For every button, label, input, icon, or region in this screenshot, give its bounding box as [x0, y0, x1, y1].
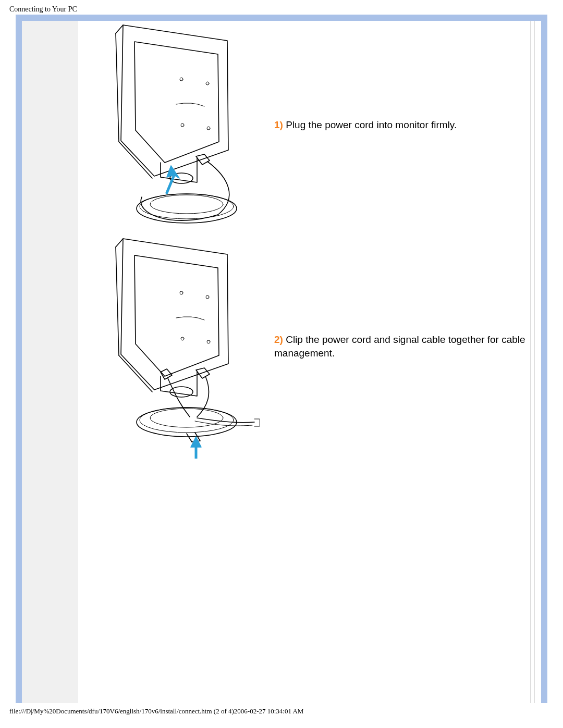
svg-point-18: [207, 340, 210, 343]
svg-line-11: [119, 142, 152, 178]
svg-point-21: [140, 408, 234, 433]
svg-line-12: [167, 175, 174, 193]
page-header: Connecting to Your PC: [9, 5, 77, 14]
svg-line-23: [116, 239, 123, 247]
step-1-caption: 1) Plug the power cord into monitor firm…: [260, 118, 555, 132]
step-1-number: 1): [274, 119, 283, 130]
svg-point-19: [170, 387, 193, 397]
svg-point-4: [207, 127, 210, 130]
step-1-text: Plug the power cord into monitor firmly.: [283, 119, 457, 130]
svg-point-2: [206, 82, 209, 85]
svg-line-10: [116, 33, 119, 142]
svg-point-8: [150, 195, 223, 214]
svg-point-15: [180, 291, 183, 294]
svg-point-3: [181, 124, 184, 127]
svg-point-1: [180, 78, 183, 81]
svg-line-24: [116, 247, 119, 355]
monitor-illustration-2: [98, 235, 260, 459]
monitor-illustration-1: [98, 21, 260, 229]
svg-line-9: [116, 25, 123, 33]
page-frame: 1) Plug the power cord into monitor firm…: [16, 15, 547, 703]
step-2-text: Clip the power cord and signal cable tog…: [274, 334, 525, 359]
page-footer: file:///D|/My%20Documents/dfu/170V6/engl…: [9, 707, 303, 715]
left-sidebar-bg: [22, 21, 78, 703]
svg-point-17: [181, 337, 184, 340]
svg-point-16: [206, 295, 209, 299]
step-2-number: 2): [274, 334, 283, 345]
svg-line-25: [119, 355, 152, 392]
content-area: 1) Plug the power cord into monitor firm…: [78, 21, 535, 703]
step-row-2: 2) Clip the power cord and signal cable …: [98, 235, 555, 459]
svg-point-22: [150, 409, 223, 427]
step-row-1: 1) Plug the power cord into monitor firm…: [98, 21, 555, 229]
step-2-caption: 2) Clip the power cord and signal cable …: [260, 333, 555, 360]
